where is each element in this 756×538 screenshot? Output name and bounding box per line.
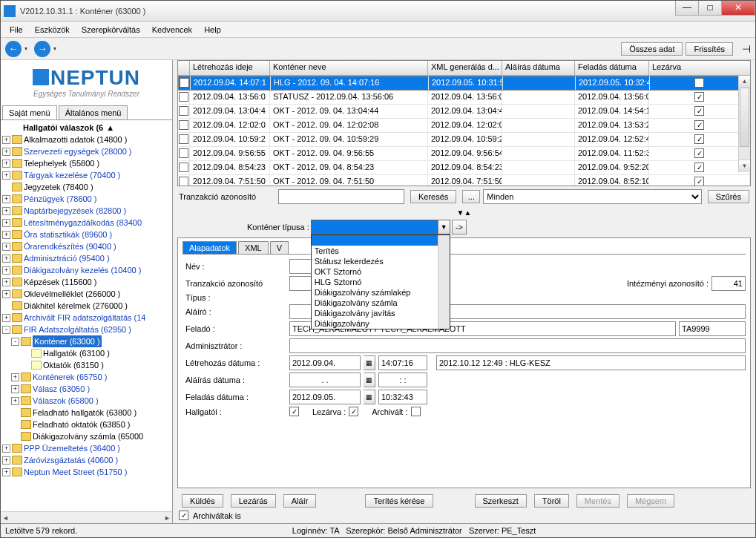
table-row[interactable]: 2012.09.04. 14:07:1HLG - 2012. 09. 04. 1… (178, 76, 750, 91)
lezarva-checkbox[interactable]: ✓ (694, 92, 704, 102)
menu-kedvencek[interactable]: Kedvencek (146, 25, 198, 34)
chk-lezarva[interactable]: ✓ (349, 407, 358, 416)
tree-item[interactable]: +Konténerek (65750 ) (2, 371, 172, 383)
fld-letre-date[interactable]: 2012.09.04. (289, 355, 361, 370)
frissites-button[interactable]: Frissítés (686, 42, 733, 56)
torol-button[interactable]: Töröl (534, 494, 569, 508)
tree-item[interactable]: +Tárgyak kezelése (70400 ) (2, 169, 172, 181)
forward-button[interactable]: → (34, 41, 50, 57)
data-grid[interactable]: Létrehozás idejeKonténer neveXML generál… (177, 60, 751, 186)
tree-item[interactable]: Diákigazolvány számla (65000 (2, 430, 172, 442)
tree-item[interactable]: +Adminisztráció (95400 ) (2, 252, 172, 264)
kuldes-button[interactable]: Küldés (182, 494, 223, 508)
table-row[interactable]: 2012.09.04. 10:59:2OKT - 2012. 09. 04. 1… (178, 133, 750, 147)
tree-item[interactable]: Oktatók (63150 ) (2, 359, 172, 371)
kontener-tipusa-combo[interactable]: ▼ TerítésStátusz lekerdezésOKT SztornóHL… (311, 220, 450, 234)
tree-item[interactable]: +Válaszok (65800 ) (2, 395, 172, 407)
maximize-button[interactable]: □ (698, 1, 722, 16)
tree-item[interactable]: +Telephelyek (55800 ) (2, 157, 172, 169)
chk-hallgatoi[interactable]: ✓ (289, 407, 299, 416)
tree-item[interactable]: +Válasz (63050 ) (2, 383, 172, 395)
alair-button[interactable]: Aláír (283, 494, 317, 508)
table-row[interactable]: 2012.09.04. 8:54:23OKT - 2012. 09. 04. 8… (178, 161, 750, 175)
tree-hscroll[interactable] (1, 511, 172, 523)
detail-tab[interactable]: V (270, 241, 289, 254)
col-header[interactable]: XML generálás d... (428, 61, 502, 75)
tree-item[interactable]: Feladható oktatók (63850 ) (2, 419, 172, 430)
row-checkbox[interactable] (179, 106, 188, 116)
row-checkbox[interactable] (179, 134, 188, 144)
col-header[interactable]: Konténer neve (270, 61, 428, 75)
table-row[interactable]: 2012.09.04. 13:04:4OKT - 2012. 09. 04. 1… (178, 105, 750, 119)
szures-button[interactable]: Szűrés (708, 190, 749, 203)
kereses-button[interactable]: Keresés (410, 190, 456, 203)
table-row[interactable]: 2012.09.04. 12:02:0OKT - 2012. 09. 04. 1… (178, 119, 750, 133)
search-input[interactable] (278, 189, 404, 204)
tree-item[interactable]: +Létesítménygazdálkodás (83400 (2, 217, 172, 229)
row-checkbox[interactable] (179, 120, 188, 130)
lezarva-checkbox[interactable]: ✓ (694, 177, 704, 186)
back-dropdown[interactable]: ▾ (22, 41, 30, 57)
grid-vscroll[interactable] (738, 76, 750, 172)
type-go-button[interactable]: -> (452, 220, 467, 234)
tree-item[interactable]: +Órarendkészítés (90400 ) (2, 240, 172, 252)
tree-item[interactable]: +Alkalmazotti adatok (14800 ) (2, 134, 172, 145)
lezarva-checkbox[interactable]: ✓ (694, 163, 704, 172)
calendar-icon[interactable]: ▦ (364, 355, 375, 370)
tree-item[interactable]: +PPP Üzemeltetés (36400 ) (2, 442, 172, 454)
search-dots-button[interactable]: ... (462, 190, 480, 203)
fld-feladas-date[interactable]: 2012.09.05. (289, 390, 361, 404)
fld-letre-time[interactable]: 14:07:16 (378, 355, 427, 370)
terites-button[interactable]: Terítés kérése (365, 494, 433, 508)
nav-tree[interactable]: Hallgatói válaszok (6▲ +Alkalmazotti ada… (1, 120, 172, 511)
fld-feladas-time[interactable]: 10:32:43 (378, 390, 427, 404)
fld-alairas-date[interactable]: . . (289, 373, 361, 387)
lezarva-checkbox[interactable]: ✓ (694, 78, 704, 88)
combo-option[interactable]: Diákigazolvány számlakép (312, 287, 450, 298)
menu-eszközök[interactable]: Eszközök (29, 25, 76, 34)
fld-felado-code[interactable]: TA9999 (679, 321, 746, 336)
osszes-adat-button[interactable]: Összes adat (621, 42, 683, 56)
calendar-icon[interactable]: ▦ (364, 390, 375, 404)
col-header[interactable]: Feladás dátuma (575, 61, 649, 75)
tree-item[interactable]: -Konténer (63000 ) (2, 335, 172, 347)
tree-item[interactable]: +Neptun Meet Street (51750 ) (2, 466, 172, 478)
combo-option[interactable] (312, 235, 450, 246)
combo-option[interactable]: Diákigazolvány számla (312, 298, 450, 308)
minimize-button[interactable]: — (675, 1, 699, 16)
row-checkbox[interactable] (179, 92, 188, 102)
tree-item[interactable]: +Záróvizsgáztatás (40600 ) (2, 454, 172, 466)
tree-item[interactable]: +Oklevélmelléklet (266000 ) (2, 288, 172, 300)
chk-archivaltak-is[interactable]: ✓ (179, 511, 188, 520)
row-checkbox[interactable] (180, 78, 189, 88)
calendar-icon[interactable]: ▦ (364, 373, 375, 387)
tree-item[interactable]: +Diákigazolvány kezelés (10400 ) (2, 264, 172, 276)
lezarva-checkbox[interactable]: ✓ (694, 148, 704, 158)
lezarva-checkbox[interactable]: ✓ (694, 120, 704, 130)
forward-dropdown[interactable]: ▾ (51, 41, 59, 57)
tab-altalanos-menu[interactable]: Általános menü (59, 105, 128, 119)
combo-option[interactable]: OKT Sztornó (312, 266, 450, 277)
lezarva-checkbox[interactable]: ✓ (694, 134, 704, 144)
combo-option[interactable]: Diákigazolvány (312, 318, 450, 329)
chevron-down-icon[interactable]: ▼ (438, 220, 450, 234)
tree-item[interactable]: +Szervezeti egységek (28000 ) (2, 145, 172, 157)
row-checkbox[interactable] (179, 148, 188, 158)
szerkeszt-button[interactable]: Szerkeszt (475, 494, 527, 508)
chk-archivalt[interactable] (411, 407, 421, 416)
combo-option[interactable]: HLG Sztornó (312, 277, 450, 287)
tree-item[interactable]: +Képzések (115600 ) (2, 276, 172, 288)
tree-item[interactable]: +Óra statisztikák (89600 ) (2, 229, 172, 240)
lezarva-checkbox[interactable]: ✓ (694, 106, 704, 116)
back-button[interactable]: ← (5, 41, 22, 57)
tree-item[interactable]: +Archivált FIR adatszolgáltatás (14 (2, 312, 172, 324)
tab-sajat-menu[interactable]: Saját menü (2, 105, 57, 119)
tree-item[interactable]: Jegyzetek (78400 ) (2, 181, 172, 193)
fld-intezmeny[interactable]: 41 (711, 276, 746, 291)
row-checkbox[interactable] (179, 177, 188, 186)
table-row[interactable]: 2012.09.04. 7:51:50OKT - 2012. 09. 04. 7… (178, 175, 750, 186)
detail-tab[interactable]: XML (238, 241, 269, 254)
combo-option[interactable]: Diákigazolvány javítás (312, 308, 450, 318)
tree-item[interactable]: +Naptárbejegyzések (82800 ) (2, 205, 172, 217)
menu-szerepkörváltás[interactable]: Szerepkörváltás (76, 25, 146, 34)
